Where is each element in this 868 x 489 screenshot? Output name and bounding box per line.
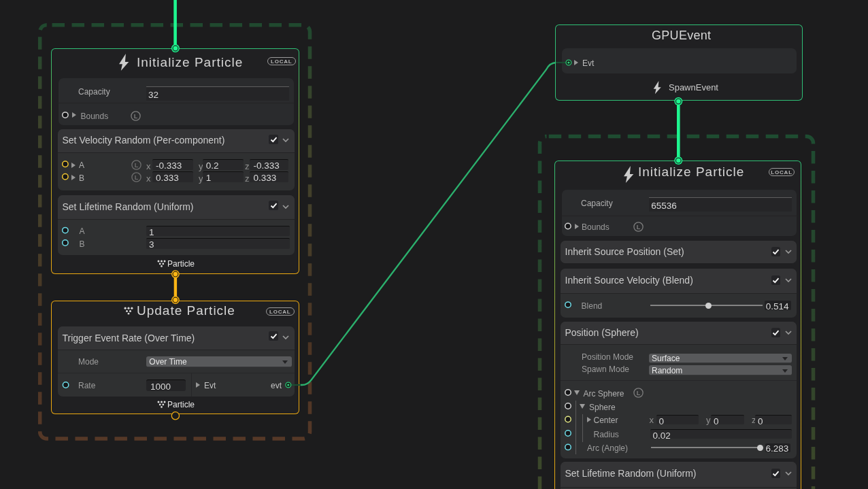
svg-text:L: L [637, 390, 641, 397]
svg-text:L: L [133, 112, 137, 119]
svg-text:L: L [637, 224, 641, 231]
svg-text:L: L [134, 162, 138, 169]
svg-text:L: L [134, 174, 138, 181]
